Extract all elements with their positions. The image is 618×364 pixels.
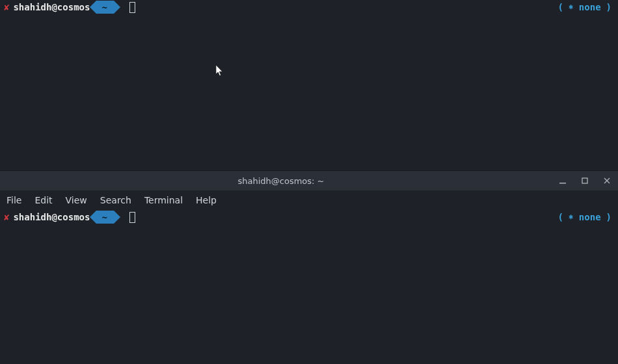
helm-wheel-icon: ⎈ xyxy=(569,210,574,224)
user-host-label: shahidh@cosmos xyxy=(13,0,90,14)
svg-rect-0 xyxy=(559,183,566,184)
kube-context-status: ( ⎈ none ) xyxy=(558,210,611,224)
user-host-label: shahidh@cosmos xyxy=(13,210,90,224)
mouse-pointer-icon xyxy=(216,65,224,77)
window-title: shahidh@cosmos: ~ xyxy=(5,176,557,186)
menu-search[interactable]: Search xyxy=(100,195,131,205)
cwd-text: ~ xyxy=(101,210,107,224)
paren-close: ) xyxy=(606,0,611,14)
error-status-icon: ✘ xyxy=(4,210,9,224)
menu-file[interactable]: File xyxy=(7,195,21,205)
cwd-segment: ~ xyxy=(96,1,113,14)
kube-context-status: ( ⎈ none ) xyxy=(558,0,611,14)
error-status-icon: ✘ xyxy=(4,0,9,14)
menu-terminal[interactable]: Terminal xyxy=(144,195,183,205)
menu-help[interactable]: Help xyxy=(196,195,217,205)
paren-open: ( xyxy=(558,0,563,14)
window-maximize-button[interactable] xyxy=(579,175,591,187)
cwd-segment: ~ xyxy=(96,211,113,224)
window-close-button[interactable] xyxy=(601,175,613,187)
terminal-pane-top[interactable]: ✘ shahidh@cosmos ~ ( ⎈ none ) xyxy=(0,0,618,170)
menu-view[interactable]: View xyxy=(66,195,87,205)
menu-edit[interactable]: Edit xyxy=(34,195,52,205)
paren-open: ( xyxy=(558,210,563,224)
text-cursor[interactable] xyxy=(129,2,135,13)
terminal-pane-bottom[interactable]: ✘ shahidh@cosmos ~ ( ⎈ none ) xyxy=(0,210,618,364)
kube-context-text: none xyxy=(579,210,601,224)
paren-close: ) xyxy=(606,210,611,224)
helm-wheel-icon: ⎈ xyxy=(569,0,574,14)
prompt-row-top: ✘ shahidh@cosmos ~ ( ⎈ none ) xyxy=(0,0,618,14)
svg-rect-1 xyxy=(582,178,587,183)
window-titlebar[interactable]: shahidh@cosmos: ~ xyxy=(0,171,618,190)
menubar: File Edit View Search Terminal Help xyxy=(0,190,618,210)
cwd-text: ~ xyxy=(101,0,107,14)
prompt-row-bottom: ✘ shahidh@cosmos ~ ( ⎈ none ) xyxy=(0,210,618,224)
text-cursor[interactable] xyxy=(129,212,135,223)
window-minimize-button[interactable] xyxy=(557,175,569,187)
kube-context-text: none xyxy=(579,0,601,14)
